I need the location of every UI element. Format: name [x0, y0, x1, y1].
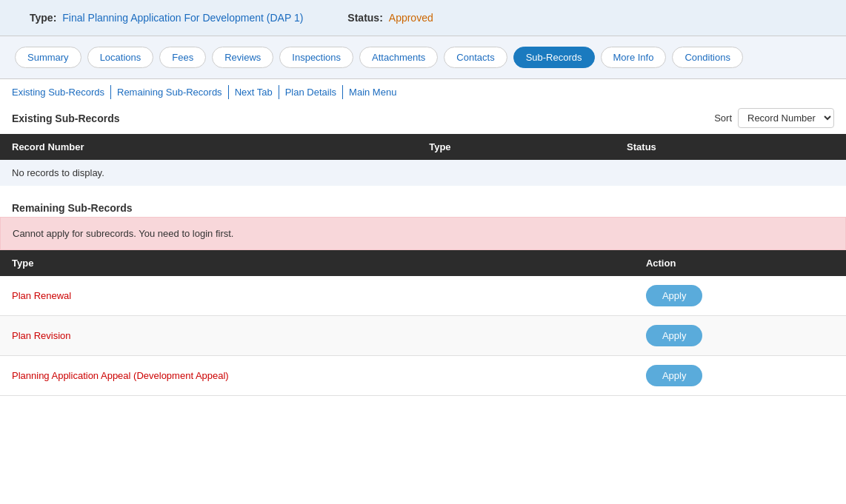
col-status: Status [615, 134, 846, 160]
existing-table-header-row: Record Number Type Status [0, 134, 846, 160]
tab-locations[interactable]: Locations [87, 47, 154, 68]
warning-banner: Cannot apply for subrecords. You need to… [0, 217, 846, 250]
tab-attachments[interactable]: Attachments [359, 47, 438, 68]
row-action-plan-revision: Apply [634, 316, 846, 356]
table-row: Plan Renewal Apply [0, 276, 846, 316]
no-records-text: No records to display. [0, 160, 846, 186]
tab-inspections[interactable]: Inspections [279, 47, 353, 68]
existing-records-table: Record Number Type Status No records to … [0, 134, 846, 186]
tab-fees[interactable]: Fees [159, 47, 206, 68]
tab-contacts[interactable]: Contacts [444, 47, 507, 68]
table-row: Plan Revision Apply [0, 316, 846, 356]
sort-label: Sort [714, 112, 732, 124]
warning-text: Cannot apply for subrecords. You need to… [13, 228, 233, 239]
existing-section-header: Existing Sub-Records Sort Record Number … [0, 105, 846, 134]
subnav-next-tab[interactable]: Next Tab [229, 85, 279, 99]
table-row: Planning Application Appeal (Development… [0, 356, 846, 396]
apply-plan-renewal-button[interactable]: Apply [646, 285, 703, 306]
planning-appeal-link[interactable]: Planning Application Appeal (Development… [12, 370, 229, 381]
row-type-plan-revision: Plan Revision [0, 316, 634, 356]
sub-navigation: Existing Sub-Records Remaining Sub-Recor… [0, 79, 846, 105]
sort-select[interactable]: Record Number Type Status [738, 108, 834, 128]
plan-revision-link[interactable]: Plan Revision [12, 330, 71, 341]
top-info-bar: Type: Final Planning Application For Dev… [0, 0, 846, 36]
col-record-number: Record Number [0, 134, 417, 160]
remaining-col-action: Action [634, 250, 846, 276]
status-field: Status: Approved [347, 12, 433, 24]
plan-renewal-link[interactable]: Plan Renewal [12, 290, 71, 301]
page-content: Existing Sub-Records Remaining Sub-Recor… [0, 79, 846, 396]
tab-sub-records[interactable]: Sub-Records [513, 47, 595, 68]
apply-planning-appeal-button[interactable]: Apply [646, 365, 703, 386]
tab-summary[interactable]: Summary [15, 47, 81, 68]
status-value: Approved [389, 12, 433, 24]
type-value[interactable]: Final Planning Application For Developme… [62, 12, 303, 24]
row-action-planning-appeal: Apply [634, 356, 846, 396]
type-field: Type: Final Planning Application For Dev… [30, 12, 303, 24]
col-type: Type [417, 134, 615, 160]
existing-section-heading: Existing Sub-Records [12, 112, 119, 124]
tabs-bar: Summary Locations Fees Reviews Inspectio… [0, 36, 846, 79]
subnav-main-menu[interactable]: Main Menu [343, 85, 402, 99]
remaining-section: Remaining Sub-Records Cannot apply for s… [0, 198, 846, 396]
sort-row: Sort Record Number Type Status [714, 108, 834, 128]
status-label: Status: [347, 12, 382, 24]
no-records-row: No records to display. [0, 160, 846, 186]
row-type-planning-appeal: Planning Application Appeal (Development… [0, 356, 634, 396]
remaining-records-table: Type Action Plan Renewal Apply Plan Revi… [0, 250, 846, 396]
remaining-col-type: Type [0, 250, 634, 276]
apply-plan-revision-button[interactable]: Apply [646, 325, 703, 346]
subnav-existing-sub-records[interactable]: Existing Sub-Records [12, 85, 111, 99]
tab-more-info[interactable]: More Info [601, 47, 667, 68]
subnav-remaining-sub-records[interactable]: Remaining Sub-Records [111, 85, 229, 99]
row-action-plan-renewal: Apply [634, 276, 846, 316]
type-label: Type: [30, 12, 56, 24]
remaining-section-header: Remaining Sub-Records [0, 198, 846, 217]
subnav-plan-details[interactable]: Plan Details [279, 85, 343, 99]
row-type-plan-renewal: Plan Renewal [0, 276, 634, 316]
remaining-table-header-row: Type Action [0, 250, 846, 276]
tab-reviews[interactable]: Reviews [212, 47, 273, 68]
remaining-section-heading: Remaining Sub-Records [12, 202, 133, 214]
tab-conditions[interactable]: Conditions [672, 47, 742, 68]
